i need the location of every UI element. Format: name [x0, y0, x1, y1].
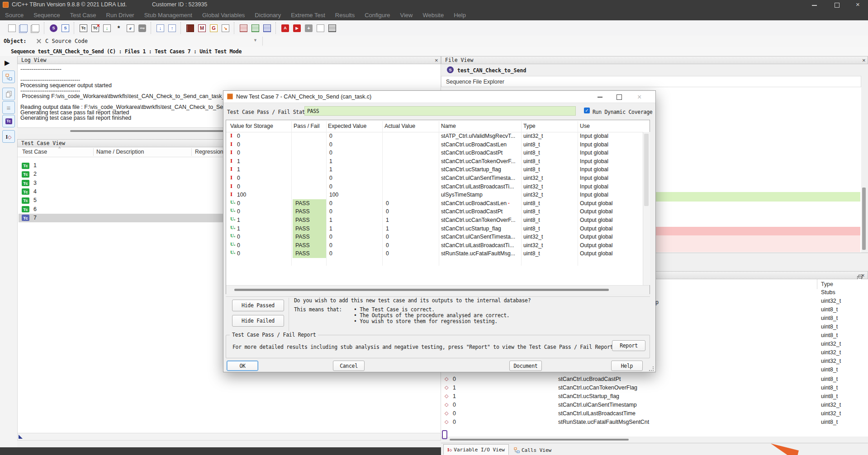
dialog-close-button[interactable]: × [637, 93, 641, 101]
debug-icon[interactable]: * [115, 24, 123, 32]
paste-file-icon[interactable] [32, 24, 39, 32]
run-icon[interactable]: ▶ [293, 24, 301, 32]
metrics-icon[interactable]: M [198, 24, 206, 32]
export-e-icon[interactable]: e [127, 24, 134, 32]
result-row[interactable]: Uo0PASS00stRunState.ucFatalFaultMsg...ui… [226, 249, 642, 258]
cancel-button[interactable]: Cancel [333, 361, 365, 371]
import-results-icon[interactable]: ↓ [103, 24, 111, 32]
io-col-type[interactable]: Type [821, 281, 833, 287]
test-case-icon[interactable]: Tc [80, 24, 87, 32]
io-view-button[interactable]: I◇ [2, 130, 15, 143]
save-up-icon[interactable]: ↑ [168, 24, 176, 32]
minimize-button[interactable] [812, 5, 817, 6]
io-row[interactable]: ◇0stRunState.ucFatalFaultMsgSentCntuint8… [441, 418, 868, 427]
panel-close-icon[interactable]: × [435, 58, 438, 62]
col-actual-value[interactable]: Actual Value [384, 123, 415, 129]
open-down-icon[interactable]: ↓ [157, 24, 164, 32]
copy-view-button[interactable] [2, 88, 15, 100]
col-test-case[interactable]: Test Case [22, 149, 47, 155]
result-row[interactable]: Uo0PASS00stCanCtrl.ucBroadCastPtuint8_tO… [226, 207, 642, 216]
result-row[interactable]: I00stATP_Ctrl.ulValidMsgRecvT...uint32_t… [226, 132, 642, 141]
document-button[interactable]: Document [509, 361, 542, 371]
report-button[interactable]: Report [612, 340, 645, 351]
panel-close-icon[interactable]: × [861, 273, 865, 277]
result-row[interactable]: I00stCanCtrl.ucBroadCastLenuint8_tInput … [226, 141, 642, 149]
result-row[interactable]: Uo0PASS00stCanCtrl.ulLastBroadcastTi...u… [226, 241, 642, 250]
close-button[interactable]: × [856, 2, 860, 7]
test-case-view-button[interactable]: Tc [2, 115, 15, 127]
result-row[interactable]: I00stCanCtrl.ulCanSentTimesta...uint32_t… [226, 174, 642, 183]
io-row[interactable]: ◇1stCanCtrl.ucCanTokenOverFlaguint8_t [441, 384, 868, 392]
play-icon[interactable]: ▶ [5, 59, 10, 67]
tab-calls-view[interactable]: Calls View [510, 446, 555, 455]
stop-icon[interactable]: stop [138, 24, 146, 32]
file-view-sequence-row[interactable]: S test_CAN_Check_to_Send [441, 64, 868, 76]
dialog-minimize-button[interactable] [598, 97, 602, 98]
maximize-button[interactable] [835, 3, 840, 8]
ok-button[interactable]: OK [227, 361, 258, 371]
io-row[interactable]: ◇0stCanCtrl.ulCanSentTimestampuint32_t [441, 401, 868, 409]
io-row[interactable]: ◇0stCanCtrl.ucBroadCastPtuint8_t [441, 375, 868, 384]
col-pass-fail[interactable]: Pass / Fail [294, 123, 319, 129]
sequence-file-explorer-row[interactable]: Sequence File Explorer [441, 76, 861, 87]
object-combo-value[interactable]: C Source Code [45, 38, 88, 44]
help-button[interactable]: Help [611, 361, 643, 371]
col-use[interactable]: Use [580, 123, 590, 129]
resize-grip[interactable] [649, 366, 654, 371]
chevron-down-icon[interactable]: ▼ [253, 38, 257, 42]
doc-plain-icon[interactable] [317, 24, 324, 32]
globals-icon[interactable]: G [210, 24, 218, 32]
result-row[interactable]: I100100ulSysTimeStampuint32_tInput globa… [226, 191, 642, 199]
io-hscrollbar[interactable] [441, 436, 868, 443]
callgraph-icon[interactable]: + [305, 24, 313, 32]
dialog-maximize-button[interactable] [617, 94, 622, 100]
menu-item-sequence[interactable]: Sequence [28, 10, 65, 20]
report-green-icon[interactable] [251, 24, 259, 32]
result-row[interactable]: Uo1PASS11stCanCtrl.ucCanTokenOverF...uin… [226, 216, 642, 225]
flow-view-button[interactable] [2, 70, 15, 83]
report-blue-icon[interactable] [263, 24, 271, 32]
panel-close-icon[interactable]: × [862, 58, 866, 62]
menu-item-configure[interactable]: Configure [360, 10, 395, 20]
sort-chevron-icon[interactable]: ˄ [58, 145, 61, 150]
menu-item-stub-management[interactable]: Stub Management [139, 10, 197, 20]
hide-failed-button[interactable]: Hide Failed [232, 315, 284, 327]
result-row[interactable]: Uo0PASS00stCanCtrl.ucBroadCastLen ·uint8… [226, 199, 642, 208]
col-name[interactable]: Name [441, 123, 456, 129]
copy-file-icon[interactable] [20, 24, 28, 32]
menu-item-source[interactable]: Source [0, 10, 28, 20]
col-type[interactable]: Type [523, 123, 536, 129]
menu-item-view[interactable]: View [395, 10, 418, 20]
export-doc-icon[interactable]: ↘ [222, 24, 229, 32]
result-row[interactable]: Uo0PASS00stCanCtrl.ulCanSentTimesta...ui… [226, 233, 642, 241]
hide-passed-button[interactable]: Hide Passed [232, 300, 284, 311]
result-row[interactable]: I00stCanCtrl.ulLastBroadcastTi...uint32_… [226, 183, 642, 191]
col-expected-value[interactable]: Expected Value [328, 123, 366, 129]
menu-item-extreme-test[interactable]: Extreme Test [286, 10, 330, 20]
tab-variable-io-view[interactable]: I◇ Variable I/O View [443, 444, 509, 455]
menu-item-run-driver[interactable]: Run Driver [101, 10, 139, 20]
col-name-description[interactable]: Name / Description [96, 149, 144, 155]
new-file-icon[interactable] [8, 24, 16, 32]
menu-item-help[interactable]: Help [449, 10, 471, 20]
menu-item-results[interactable]: Results [330, 10, 360, 20]
test-case-delete-icon[interactable]: Tc [91, 24, 99, 32]
menu-item-website[interactable]: Website [417, 10, 449, 20]
list-view-button[interactable]: ≡ [2, 101, 15, 114]
menu-item-global-variables[interactable]: Global Variables [197, 10, 250, 20]
result-row[interactable]: Uo1PASS11stCanCtrl.ucStartup_flaguint8_t… [226, 225, 642, 233]
report-red-icon[interactable] [240, 24, 247, 32]
io-row[interactable]: ◇0stCanCtrl.ulLastBroadcastTimeuint32_t [441, 409, 868, 418]
menu-item-test-case[interactable]: Test Case [65, 10, 101, 20]
sequence-doc-icon[interactable]: S [62, 24, 69, 32]
io-row[interactable]: ◇1stCanCtrl.ucStartup_flaguint8_t [441, 392, 868, 401]
menu-item-dictionary[interactable]: Dictionary [250, 10, 286, 20]
result-row[interactable]: I11stCanCtrl.ucCanTokenOverF...uint8_tIn… [226, 157, 642, 166]
table-vscrollbar[interactable] [643, 132, 650, 285]
col-value-for-storage[interactable]: Value for Storage [230, 123, 273, 129]
doc-dark-icon[interactable] [328, 24, 336, 32]
file-view-vscrollbar[interactable] [861, 87, 867, 253]
sequence-icon[interactable]: S [50, 24, 57, 32]
table-hscrollbar[interactable] [226, 285, 650, 294]
result-row[interactable]: I00stCanCtrl.ucBroadCastPtuint8_tInput g… [226, 149, 642, 157]
